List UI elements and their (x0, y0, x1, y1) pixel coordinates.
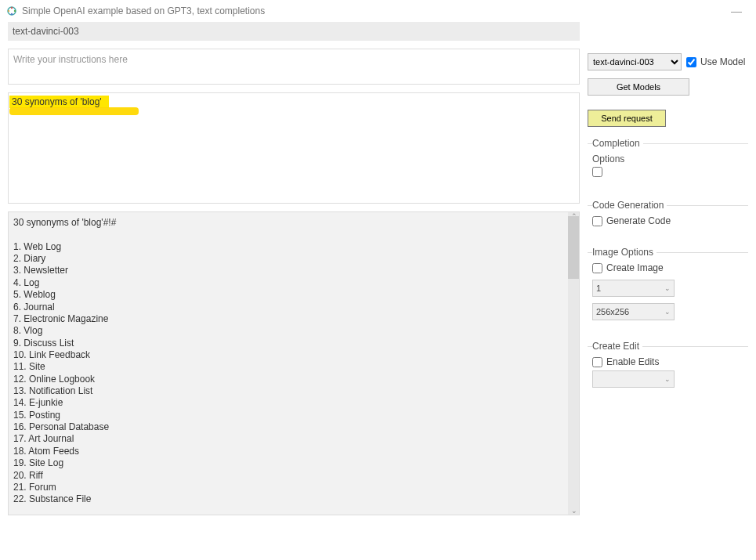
image-count-select[interactable]: 1 ⌄ (592, 280, 675, 297)
create-image-checkbox-input[interactable] (592, 263, 602, 273)
svg-point-3 (11, 13, 13, 15)
send-request-button[interactable]: Send request (588, 110, 666, 127)
chevron-down-icon: ⌄ (664, 284, 671, 292)
generate-code-label: Generate Code (606, 215, 671, 226)
codegen-legend: Code Generation (592, 200, 667, 211)
chevron-down-icon: ⌄ (664, 308, 671, 316)
scroll-down-icon[interactable]: ⌄ (571, 507, 577, 515)
svg-point-1 (11, 7, 13, 9)
highlight-marker-tail (9, 107, 139, 115)
options-checkbox[interactable] (592, 167, 602, 177)
image-options-legend: Image Options (592, 247, 657, 258)
app-icon (6, 5, 17, 16)
enable-edits-checkbox-input[interactable] (592, 357, 602, 367)
use-model-checkbox-input[interactable] (686, 57, 696, 67)
prompt-input[interactable]: 30 synonyms of 'blog' (8, 92, 580, 204)
output-textarea[interactable]: 30 synonyms of 'blog'#!# 1. Web Log 2. D… (8, 211, 580, 515)
use-model-checkbox[interactable]: Use Model (686, 56, 745, 67)
create-image-checkbox[interactable]: Create Image (592, 262, 748, 273)
use-model-label: Use Model (700, 56, 745, 67)
generate-code-checkbox-input[interactable] (592, 216, 602, 226)
image-size-select[interactable]: 256x256 ⌄ (592, 303, 675, 320)
instructions-input[interactable]: Write your instructions here (8, 49, 580, 85)
image-options-panel: Image Options Create Image 1 ⌄ 256x256 ⌄ (588, 247, 748, 330)
svg-point-4 (8, 10, 9, 12)
output-text: 30 synonyms of 'blog'#!# 1. Web Log 2. D… (9, 212, 579, 511)
create-edit-legend: Create Edit (592, 341, 642, 352)
scrollbar[interactable]: ⌃ ⌄ (568, 212, 579, 515)
scroll-thumb[interactable] (568, 216, 579, 279)
codegen-panel: Code Generation Generate Code (588, 200, 748, 236)
model-name-label: text-davinci-003 (8, 22, 580, 41)
model-select[interactable]: text-davinci-003 (588, 53, 682, 70)
enable-edits-checkbox[interactable]: Enable Edits (592, 356, 748, 367)
enable-edits-label: Enable Edits (606, 356, 659, 367)
window-title: Simple OpenAI example based on GPT3, tex… (22, 5, 265, 16)
svg-point-2 (14, 10, 16, 12)
image-size-value: 256x256 (596, 307, 629, 316)
create-image-label: Create Image (606, 262, 664, 273)
options-label: Options (592, 154, 748, 164)
minimize-icon[interactable]: — (731, 5, 750, 17)
chevron-down-icon: ⌄ (664, 375, 671, 383)
completion-panel: Completion Options (588, 138, 748, 189)
completion-legend: Completion (592, 138, 643, 149)
edit-select[interactable]: ⌄ (592, 370, 675, 388)
prompt-text: 30 synonyms of 'blog' (12, 96, 576, 107)
image-count-value: 1 (596, 284, 601, 293)
get-models-button[interactable]: Get Models (588, 78, 689, 96)
generate-code-checkbox[interactable]: Generate Code (592, 215, 748, 226)
title-bar: Simple OpenAI example based on GPT3, tex… (0, 0, 756, 22)
create-edit-panel: Create Edit Enable Edits ⌄ (588, 341, 748, 397)
